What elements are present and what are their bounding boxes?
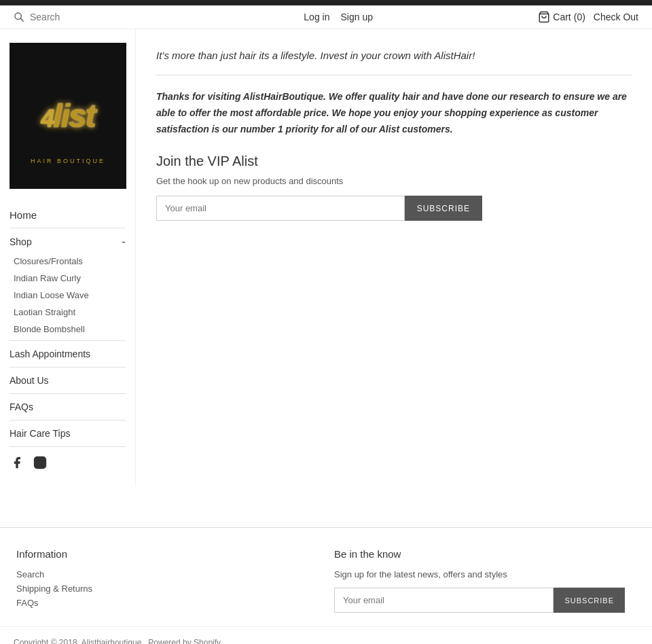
- nav-divider-2: [10, 340, 126, 341]
- checkout-link[interactable]: Check Out: [594, 12, 638, 22]
- main-content: It’s more than just hair its a lifestyle…: [136, 29, 652, 221]
- logo-main-text: 4list: [41, 100, 94, 132]
- footer-info-col: Information Search Shipping & Returns FA…: [14, 548, 321, 613]
- sidebar-sub-indian-loose-wave[interactable]: Indian Loose Wave: [0, 287, 135, 304]
- footer-email-input[interactable]: [334, 588, 554, 613]
- vip-subscribe-button[interactable]: SUBSCRIBE: [405, 196, 482, 221]
- footer-faqs-link[interactable]: FAQs: [16, 598, 307, 608]
- svg-line-1: [20, 18, 23, 21]
- main-layout: 4list HAIR BOUTIQUE Home Shop - Closures…: [0, 29, 652, 486]
- facebook-icon: [10, 456, 24, 469]
- top-bar: [0, 0, 652, 5]
- svg-point-0: [15, 13, 21, 19]
- search-input[interactable]: [30, 12, 139, 22]
- vip-title: Join the VIP Alist: [156, 154, 632, 169]
- footer: Information Search Shipping & Returns FA…: [0, 527, 652, 626]
- tagline: It’s more than just hair its a lifestyle…: [156, 29, 632, 75]
- footer-info-title: Information: [16, 548, 307, 560]
- cart-area[interactable]: Cart (0): [538, 11, 585, 23]
- cart-count: (0): [574, 12, 585, 22]
- sidebar-sub-indian-raw-curly[interactable]: Indian Raw Curly: [0, 270, 135, 287]
- signup-link[interactable]: Sign up: [340, 12, 372, 22]
- content-divider: [156, 75, 632, 75]
- vip-sub: Get the hook up on new products and disc…: [156, 176, 632, 186]
- footer-subscribe-button[interactable]: SUBSCRIBE: [554, 588, 625, 613]
- header-actions: Cart (0) Check Out: [538, 11, 638, 23]
- footer-email-form: SUBSCRIBE: [334, 588, 625, 613]
- instagram-icon: [33, 456, 47, 469]
- powered-by: . Powered by Shopify: [144, 638, 221, 644]
- facebook-link[interactable]: [10, 455, 24, 470]
- footer-know-title: Be in the know: [334, 548, 625, 560]
- cart-icon: [538, 11, 550, 23]
- search-icon: [14, 12, 24, 22]
- store-name-link[interactable]: Alisthairboutique: [82, 638, 142, 644]
- header-nav: Log in Sign up: [304, 12, 373, 22]
- sidebar: 4list HAIR BOUTIQUE Home Shop - Closures…: [0, 29, 136, 486]
- nav-divider-1: [10, 228, 126, 228]
- sidebar-sub-blonde-bombshell[interactable]: Blonde Bombshell: [0, 321, 135, 338]
- vip-form: SUBSCRIBE: [156, 196, 482, 221]
- nav-divider-6: [10, 446, 126, 447]
- logo-box: 4list HAIR BOUTIQUE: [10, 43, 126, 189]
- footer-know-sub: Sign up for the latest news, offers and …: [334, 569, 625, 579]
- logo-sub-text: HAIR BOUTIQUE: [10, 158, 126, 164]
- social-links: [0, 450, 135, 476]
- sidebar-sub-laotian-straight[interactable]: Laotian Straight: [0, 304, 135, 321]
- sidebar-item-haircare[interactable]: Hair Care Tips: [0, 423, 135, 444]
- sidebar-sub-closures[interactable]: Closures/Frontals: [0, 253, 135, 270]
- footer-know-col: Be in the know Sign up for the latest ne…: [321, 548, 638, 613]
- sidebar-item-about[interactable]: About Us: [0, 370, 135, 391]
- nav-divider-4: [10, 393, 126, 394]
- vip-email-input[interactable]: [156, 196, 405, 221]
- welcome-text: Thanks for visiting AlistHairBoutique. W…: [156, 89, 632, 137]
- sidebar-nav: Home Shop - Closures/Frontals Indian Raw…: [0, 200, 135, 480]
- sidebar-item-lash[interactable]: Lash Appointments: [0, 344, 135, 364]
- nav-divider-5: [10, 420, 126, 421]
- search-area: [14, 12, 139, 22]
- shop-toggle-icon: -: [122, 236, 126, 248]
- login-link[interactable]: Log in: [304, 12, 329, 22]
- sidebar-item-home[interactable]: Home: [0, 204, 135, 225]
- footer-search-link[interactable]: Search: [16, 569, 307, 579]
- instagram-link[interactable]: [33, 455, 48, 470]
- copyright-text: Copyright © 2018,: [14, 638, 79, 644]
- svg-point-4: [38, 461, 43, 465]
- shop-label: Shop: [10, 236, 32, 247]
- nav-divider-3: [10, 367, 126, 368]
- sidebar-item-shop[interactable]: Shop -: [0, 231, 135, 253]
- sidebar-item-faqs[interactable]: FAQs: [0, 397, 135, 417]
- cart-label: Cart: [553, 12, 570, 22]
- copyright: Copyright © 2018, Alisthairboutique . Po…: [0, 626, 652, 644]
- svg-point-5: [43, 459, 44, 461]
- header: Log in Sign up Cart (0) Check Out: [0, 5, 652, 29]
- logo-area: 4list HAIR BOUTIQUE: [0, 36, 135, 200]
- footer-shipping-link[interactable]: Shipping & Returns: [16, 584, 307, 594]
